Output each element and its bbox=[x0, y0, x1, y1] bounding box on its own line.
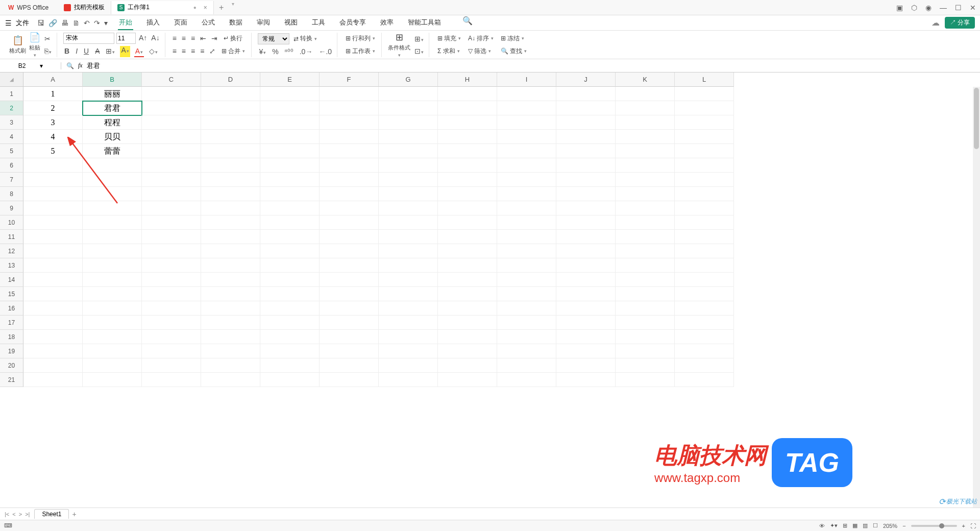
cell[interactable] bbox=[23, 201, 83, 215]
cell[interactable] bbox=[497, 101, 556, 115]
cell[interactable] bbox=[142, 187, 201, 201]
cell[interactable] bbox=[616, 373, 675, 387]
cell[interactable] bbox=[260, 187, 320, 201]
indent-dec-icon[interactable]: ⇤ bbox=[199, 33, 207, 44]
cell[interactable] bbox=[320, 330, 379, 344]
user-icon[interactable]: ◉ bbox=[925, 4, 932, 12]
close-icon[interactable]: ✕ bbox=[970, 4, 976, 12]
cell[interactable] bbox=[201, 258, 260, 273]
cell[interactable] bbox=[556, 373, 616, 387]
worksheet-button[interactable]: ⊞ 工作表▾ bbox=[344, 46, 377, 57]
cell[interactable] bbox=[675, 173, 734, 187]
cell[interactable] bbox=[438, 101, 497, 115]
cell[interactable] bbox=[379, 101, 438, 115]
cut-icon[interactable]: ✂ bbox=[43, 34, 53, 44]
cell[interactable] bbox=[260, 230, 320, 244]
align-top-icon[interactable]: ≡ bbox=[172, 33, 178, 44]
cell[interactable] bbox=[201, 173, 260, 187]
cell[interactable] bbox=[83, 244, 142, 258]
cell[interactable] bbox=[260, 115, 320, 130]
cell[interactable] bbox=[379, 358, 438, 373]
tab-member[interactable]: 会员专享 bbox=[338, 16, 367, 30]
panel-icon[interactable]: ▣ bbox=[896, 4, 903, 12]
cell[interactable] bbox=[556, 316, 616, 330]
link-icon[interactable]: 🔗 bbox=[48, 19, 57, 27]
align-center-icon[interactable]: ≡ bbox=[181, 46, 187, 57]
cell[interactable] bbox=[320, 344, 379, 358]
wrap-button[interactable]: ↵ 换行 bbox=[222, 33, 244, 44]
cell[interactable] bbox=[23, 358, 83, 373]
cell[interactable] bbox=[83, 273, 142, 287]
cell[interactable] bbox=[260, 344, 320, 358]
cell[interactable] bbox=[497, 230, 556, 244]
cell[interactable] bbox=[260, 244, 320, 258]
cell[interactable] bbox=[438, 187, 497, 201]
cell[interactable] bbox=[556, 287, 616, 301]
cell[interactable] bbox=[556, 101, 616, 115]
row-header[interactable]: 8 bbox=[0, 187, 23, 201]
indent-inc-icon[interactable]: ⇥ bbox=[210, 33, 218, 44]
merge-button[interactable]: ⊞ 合并▾ bbox=[219, 46, 247, 57]
cell[interactable] bbox=[438, 273, 497, 287]
cell[interactable] bbox=[497, 344, 556, 358]
cell[interactable] bbox=[438, 358, 497, 373]
qa-dropdown-icon[interactable]: ▾ bbox=[104, 19, 108, 27]
cell[interactable] bbox=[142, 258, 201, 273]
align-bottom-icon[interactable]: ≡ bbox=[190, 33, 196, 44]
cell[interactable] bbox=[201, 301, 260, 316]
cell[interactable] bbox=[616, 330, 675, 344]
spreadsheet-grid[interactable]: ◢ABCDEFGHIJKL11丽丽22君君33程程44贝贝55蕾蕾6789101… bbox=[0, 73, 980, 387]
cell[interactable] bbox=[83, 230, 142, 244]
table-style-icon[interactable]: ⊞▾ bbox=[413, 34, 425, 44]
cell[interactable] bbox=[556, 115, 616, 130]
cell[interactable]: 3 bbox=[23, 115, 83, 130]
cell[interactable] bbox=[142, 301, 201, 316]
cell[interactable] bbox=[556, 244, 616, 258]
decrease-font-icon[interactable]: A↓ bbox=[150, 33, 160, 44]
cell[interactable] bbox=[83, 358, 142, 373]
border-icon[interactable]: ⊞▾ bbox=[105, 46, 116, 57]
cell[interactable] bbox=[23, 373, 83, 387]
sum-button[interactable]: Σ 求和▾ bbox=[435, 46, 463, 57]
cell-ref-input[interactable] bbox=[4, 62, 40, 69]
cell[interactable] bbox=[83, 201, 142, 215]
cell[interactable] bbox=[497, 273, 556, 287]
cell[interactable] bbox=[379, 173, 438, 187]
cell[interactable] bbox=[616, 101, 675, 115]
cell[interactable] bbox=[438, 258, 497, 273]
cell[interactable] bbox=[497, 215, 556, 230]
cell[interactable] bbox=[320, 230, 379, 244]
cell[interactable] bbox=[142, 287, 201, 301]
col-header[interactable]: C bbox=[142, 73, 201, 87]
cell[interactable] bbox=[675, 287, 734, 301]
cell[interactable] bbox=[142, 358, 201, 373]
row-header[interactable]: 13 bbox=[0, 258, 23, 273]
cell[interactable] bbox=[23, 187, 83, 201]
cell[interactable] bbox=[201, 230, 260, 244]
cell[interactable] bbox=[379, 215, 438, 230]
cell[interactable] bbox=[556, 187, 616, 201]
cell[interactable] bbox=[379, 87, 438, 101]
cell[interactable] bbox=[201, 373, 260, 387]
cell[interactable] bbox=[83, 287, 142, 301]
col-header[interactable]: I bbox=[497, 73, 556, 87]
cell[interactable] bbox=[438, 316, 497, 330]
undo-icon[interactable]: ↶ bbox=[84, 19, 90, 27]
cell[interactable] bbox=[142, 344, 201, 358]
tab-home[interactable]: 开始 bbox=[118, 16, 133, 30]
cell[interactable]: 君君 bbox=[83, 101, 142, 115]
cell[interactable] bbox=[556, 344, 616, 358]
cell[interactable] bbox=[320, 158, 379, 173]
col-header[interactable]: L bbox=[675, 73, 734, 87]
cell[interactable] bbox=[497, 201, 556, 215]
cell[interactable]: 5 bbox=[23, 144, 83, 158]
cell[interactable] bbox=[379, 273, 438, 287]
cell[interactable] bbox=[201, 273, 260, 287]
cell[interactable] bbox=[83, 187, 142, 201]
cell[interactable] bbox=[260, 373, 320, 387]
cell[interactable] bbox=[616, 258, 675, 273]
cell[interactable] bbox=[142, 158, 201, 173]
zoom-fx-icon[interactable]: 🔍 bbox=[66, 62, 74, 69]
inc-decimal-icon[interactable]: .0→ bbox=[299, 46, 314, 57]
fx-icon[interactable]: fx bbox=[78, 62, 83, 69]
